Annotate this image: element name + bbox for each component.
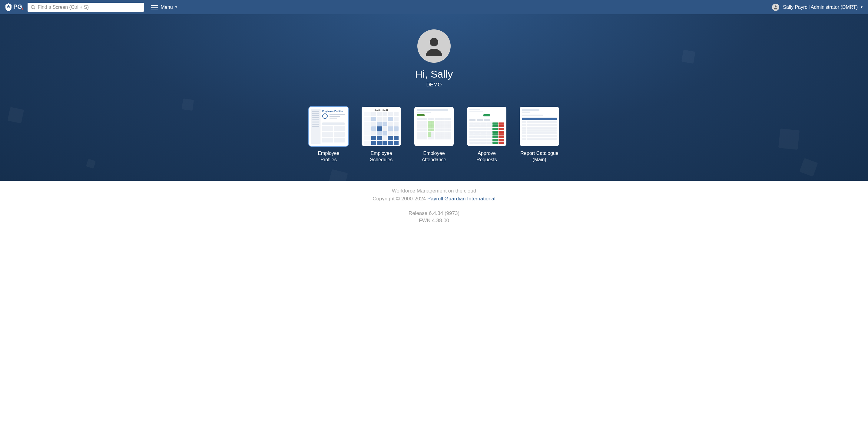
copyright-prefix: Copyright © 2000-2024 — [373, 196, 427, 202]
footer-tagline: Workforce Management on the cloud — [0, 188, 868, 194]
subtitle: DEMO — [0, 82, 868, 88]
footer-copyright: Copyright © 2000-2024 Payroll Guardian I… — [0, 196, 868, 202]
tile-approve-requests[interactable]: Approve Requests — [467, 107, 506, 163]
navbar: PGi Menu ▼ Sally Payroll Administrator (… — [0, 0, 868, 14]
tile-report-catalogue-main[interactable]: Report Catalogue (Main) — [520, 107, 559, 163]
tile-label: Employee Schedules — [370, 150, 393, 163]
chevron-down-icon: ▼ — [175, 5, 178, 9]
person-icon — [424, 35, 444, 57]
copyright-link[interactable]: Payroll Guardian International — [427, 196, 495, 202]
tile-label: Employee Attendance — [422, 150, 446, 163]
footer-release: Release 6.4.34 (9973) — [0, 210, 868, 217]
tile-label: Report Catalogue (Main) — [520, 150, 558, 163]
tile-thumbnail: Sep 25 – Oct 01 — [362, 107, 401, 146]
user-avatar — [417, 29, 451, 63]
tile-thumbnail: Employee Profiles — [309, 107, 348, 146]
avatar-icon — [772, 4, 779, 11]
tile-label: Approve Requests — [476, 150, 497, 163]
tile-thumbnail — [414, 107, 454, 146]
svg-point-6 — [775, 5, 777, 7]
footer: Workforce Management on the cloud Copyri… — [0, 181, 868, 236]
footer-fwn: FWN 4.38.00 — [0, 218, 868, 224]
user-label: Sally Payroll Administrator (DMRT) — [783, 4, 858, 10]
chevron-down-icon: ▼ — [860, 5, 863, 9]
search-icon — [31, 5, 35, 10]
svg-point-1 — [31, 5, 34, 8]
hamburger-icon — [151, 5, 158, 10]
tile-employee-schedules[interactable]: Sep 25 – Oct 01 Employee Schedules — [362, 107, 401, 163]
tile-label: Employee Profiles — [318, 150, 339, 163]
user-menu[interactable]: Sally Payroll Administrator (DMRT) ▼ — [772, 4, 863, 11]
menu-button[interactable]: Menu ▼ — [151, 4, 178, 10]
svg-point-7 — [430, 38, 438, 47]
tile-thumbnail — [467, 107, 506, 146]
tile-employee-profiles[interactable]: Employee Profiles Employee Profiles — [309, 107, 348, 163]
svg-line-2 — [34, 8, 35, 9]
logo-text: PGi — [13, 3, 23, 11]
logo-icon — [5, 3, 12, 11]
tile-employee-attendance[interactable]: Employee Attendance — [414, 107, 454, 163]
hero: Hi, Sally DEMO Employee Profiles Employe… — [0, 14, 868, 181]
tile-thumbnail — [520, 107, 559, 146]
search-box[interactable] — [28, 3, 144, 12]
menu-label: Menu — [161, 4, 173, 10]
tiles: Employee Profiles Employee Profiles Sep … — [0, 107, 868, 163]
search-input[interactable] — [38, 4, 141, 10]
greeting: Hi, Sally — [0, 68, 868, 80]
logo[interactable]: PGi — [5, 3, 23, 11]
